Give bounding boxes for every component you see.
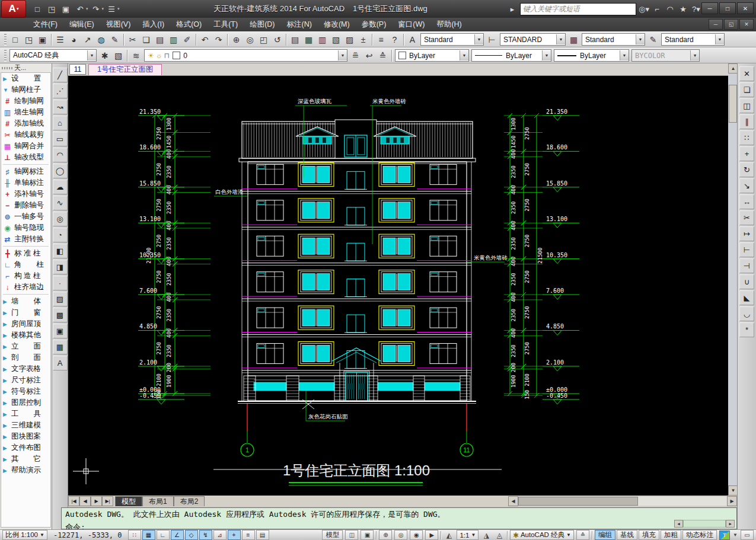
calculator-icon[interactable]: ≡ (374, 33, 388, 46)
zoom-previous-icon[interactable]: ↺ (270, 33, 284, 46)
plot-preview-icon[interactable]: ◕ (67, 33, 81, 46)
revision-cloud-icon[interactable]: ☁ (53, 180, 68, 194)
erase-icon[interactable]: ✕ (739, 66, 754, 81)
layer-states-icon[interactable]: ≙ (376, 49, 390, 62)
layout-tab-布局1[interactable]: 布局1 (142, 496, 174, 506)
region-icon[interactable]: ▣ (53, 324, 68, 338)
menu-参数P[interactable]: 参数(P) (356, 18, 393, 31)
clean-screen-icon[interactable]: ▭ (741, 530, 754, 540)
undo-dropdown-icon[interactable]: ▾ (86, 7, 88, 11)
offset-icon[interactable]: ∥ (739, 114, 754, 129)
doc-close-button[interactable]: ✕ (739, 19, 754, 30)
designcenter-icon[interactable]: ▦ (302, 33, 315, 46)
palette-group-31[interactable]: ▶图块图案 (1, 431, 50, 442)
save-icon[interactable]: ▣ (36, 33, 49, 46)
application-menu-button[interactable]: A▾ (1, 0, 26, 18)
palette-group-20[interactable]: ▶门 窗 (1, 307, 50, 318)
close-button[interactable]: ✕ (737, 2, 754, 14)
palette-group-23[interactable]: ▶立 面 (1, 341, 50, 352)
construction-line-icon[interactable]: ⋰ (53, 84, 68, 98)
menu-文件F[interactable]: 文件(F) (27, 18, 63, 31)
pan-icon[interactable]: ⊕ (229, 33, 243, 46)
communication-center-icon[interactable]: ◠ (665, 5, 675, 14)
cmd-scroll-left-icon[interactable]: ◀ (674, 520, 683, 528)
palette-cmd-2[interactable]: #绘制轴网 (1, 95, 50, 107)
toolbar-lock-icon[interactable]: ≙ (576, 530, 589, 540)
palette-group-19[interactable]: ▶墙 体 (1, 296, 50, 307)
command-window[interactable]: Autodesk DWG。 此文件上次由 Autodesk 应用程序或 Auto… (61, 507, 737, 529)
publish-icon[interactable]: ↗ (81, 33, 94, 46)
stretch-icon[interactable]: ↔ (739, 194, 754, 209)
command-scrollbar[interactable]: ◀ ▶ (674, 520, 735, 528)
palette-cmd-4[interactable]: #添加轴线 (1, 118, 50, 129)
join-icon[interactable]: ∪ (739, 274, 754, 289)
copy-icon[interactable]: ❏ (739, 82, 754, 97)
menu-标注N[interactable]: 标注(N) (281, 18, 318, 31)
match-properties-icon[interactable]: ✐ (180, 33, 194, 46)
minimize-button[interactable]: ─ (701, 2, 718, 14)
toggle-dyn[interactable]: + (228, 530, 241, 540)
layer-previous-icon[interactable]: ↩ (362, 49, 376, 62)
palette-cmd-8[interactable]: ♯轴网标注 (1, 166, 50, 177)
linetype-combo[interactable]: ByLayer ▼ (471, 49, 551, 62)
menu-格式O[interactable]: 格式(O) (170, 18, 208, 31)
palette-group-33[interactable]: ▶其 它 (1, 453, 50, 465)
search-icon[interactable]: ◎▾ (639, 5, 649, 14)
palette-cmd-13[interactable]: ◉轴号隐现 (1, 222, 50, 234)
table-icon[interactable]: ▦ (53, 340, 68, 354)
array-icon[interactable]: ∷ (739, 130, 754, 145)
horizontal-scroll-thumb[interactable] (518, 497, 638, 506)
workspace-switching-control[interactable]: ✱ AutoCAD 经典 ▼ (510, 530, 574, 540)
point-icon[interactable]: · (53, 276, 68, 290)
doc-restore-button[interactable]: ◱ (724, 19, 738, 30)
toggle-snap[interactable]: ∷ (128, 530, 141, 540)
plot-dropdown-icon[interactable]: ▾ (117, 7, 120, 11)
markup-manager-icon[interactable]: ▨ (343, 33, 356, 46)
new-icon[interactable]: □ (8, 33, 22, 46)
palette-group-29[interactable]: ▶工 具 (1, 408, 50, 420)
toggle-动态标注[interactable]: 动态标注 (682, 530, 717, 540)
color-combo[interactable]: ByLayer ▼ (395, 49, 469, 62)
toggle-编组[interactable]: 编组 (595, 530, 615, 540)
workspace-save-icon[interactable]: ▧ (111, 49, 125, 62)
toggle-加粗[interactable]: 加粗 (661, 530, 681, 540)
menu-视图V[interactable]: 视图(V) (100, 18, 137, 31)
chamfer-icon[interactable]: ◣ (739, 290, 754, 305)
cut-icon[interactable]: ✂ (126, 33, 139, 46)
document-tab[interactable]: 1号住宅正立面图 (88, 64, 162, 75)
plot-button[interactable]: ☰ (105, 2, 118, 15)
ellipse-arc-icon[interactable]: ◔ (53, 228, 68, 242)
vertical-scrollbar[interactable]: ▲ ▼ (728, 63, 737, 496)
help-icon[interactable]: ? (388, 33, 401, 46)
layer-freeze-icon[interactable]: ☼ (156, 52, 162, 60)
workspace-combo[interactable]: AutoCAD 经典▼ (9, 49, 97, 62)
annotation-visibility-icon[interactable]: ◭ (444, 531, 454, 539)
pan-icon[interactable]: ⊕ (379, 530, 392, 540)
prev-tab-icon[interactable]: ◀ (79, 496, 91, 506)
palette-cmd-17[interactable]: ⌐构 造 柱 (1, 270, 50, 282)
palette-cmd-3[interactable]: ▥墙生轴网 (1, 107, 50, 118)
layer-lock-icon[interactable]: ⊓ (164, 52, 170, 60)
palette-header[interactable]: 天... (0, 63, 52, 72)
dim-style-combo[interactable]: STANDARD▼ (500, 33, 566, 46)
status-menu-icon[interactable]: ▼ (732, 532, 738, 538)
model-space-button[interactable]: 模型 (322, 530, 343, 540)
palette-group-27[interactable]: ▶符号标注 (1, 386, 50, 397)
quick-view-layouts-icon[interactable]: ◫ (345, 530, 358, 540)
palette-cmd-6[interactable]: ▦轴网合并 (1, 140, 50, 152)
toggle-ortho[interactable]: ∟ (157, 530, 170, 540)
infocenter-search-input[interactable]: 键入关键字或短语 (520, 3, 636, 15)
make-block-icon[interactable]: ◨ (53, 260, 68, 274)
palette-group-34[interactable]: ▶帮助演示 (1, 465, 50, 476)
palette-group-21[interactable]: ▶房间屋顶 (1, 318, 50, 330)
subscription-icon[interactable]: ⌐ (652, 5, 662, 14)
spline-icon[interactable]: ∿ (53, 196, 68, 210)
coordinate-display[interactable]: -12271, -5333, 0 (50, 531, 126, 539)
palette-cmd-12[interactable]: ⊚一轴多号 (1, 211, 50, 222)
rectangle-icon[interactable]: ▭ (53, 132, 68, 146)
toggle-基线[interactable]: 基线 (617, 530, 637, 540)
palette-group-32[interactable]: ▶文件布图 (1, 442, 50, 453)
table-style-icon[interactable]: ▦ (567, 33, 580, 46)
undo-icon[interactable]: ↶ (198, 33, 212, 46)
menu-窗口W[interactable]: 窗口(W) (392, 18, 430, 31)
